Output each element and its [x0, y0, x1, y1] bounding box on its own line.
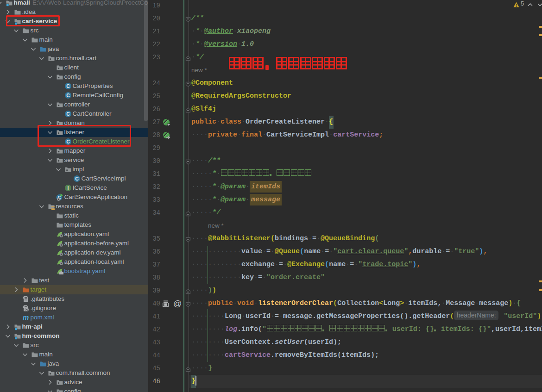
svg-text:m: m	[23, 314, 29, 321]
svg-text:C: C	[75, 176, 79, 181]
svg-text:C: C	[66, 83, 70, 89]
svg-text:C: C	[66, 111, 70, 117]
svg-text:I: I	[68, 185, 69, 191]
svg-text:C: C	[66, 93, 70, 98]
